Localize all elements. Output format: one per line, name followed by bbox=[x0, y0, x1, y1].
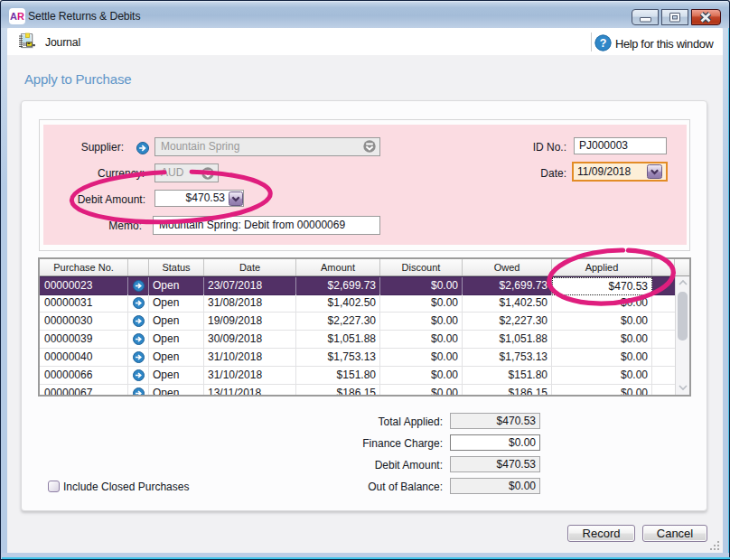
svg-text:?: ? bbox=[600, 37, 607, 50]
